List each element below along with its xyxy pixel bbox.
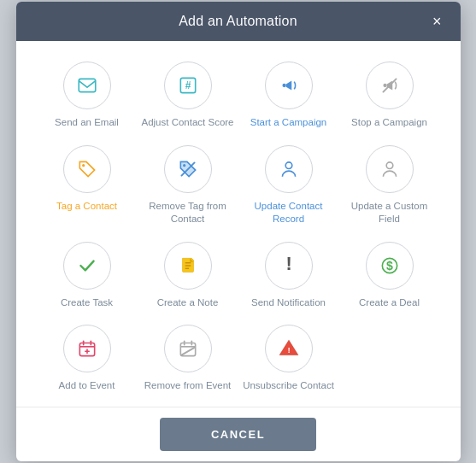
svg-point-9	[285, 162, 292, 169]
automation-start-campaign[interactable]: Start a Campaign	[242, 62, 336, 130]
close-button[interactable]: ×	[427, 12, 447, 31]
tag-contact-label: Tag a Contact	[56, 200, 117, 214]
automation-remove-tag[interactable]: Remove Tag from Contact	[141, 145, 235, 226]
automation-create-task[interactable]: Create Task	[40, 242, 134, 310]
remove-tag-icon-circle	[164, 145, 212, 193]
automation-unsubscribe-contact[interactable]: ! Unsubscribe Contact	[242, 325, 336, 393]
update-contact-icon-circle	[265, 145, 313, 193]
unsubscribe-contact-label: Unsubscribe Contact	[243, 379, 334, 393]
svg-point-7	[183, 164, 185, 167]
modal-title: Add an Automation	[179, 14, 297, 29]
svg-point-6	[82, 164, 85, 167]
automation-add-to-event[interactable]: Add to Event	[40, 325, 134, 393]
svg-text:#: #	[185, 80, 191, 92]
svg-rect-0	[79, 79, 96, 92]
modal-overlay: Add an Automation × Send an Email	[0, 0, 476, 463]
svg-text:!: !	[287, 346, 290, 355]
automation-remove-from-event[interactable]: Remove from Event	[141, 325, 235, 393]
svg-text:!: !	[285, 255, 291, 274]
cancel-button[interactable]: CANCEL	[160, 418, 316, 451]
svg-point-4	[383, 84, 386, 87]
add-to-event-icon-circle	[63, 325, 111, 372]
start-campaign-label: Start a Campaign	[250, 116, 327, 130]
add-to-event-label: Add to Event	[59, 379, 115, 393]
send-email-icon-circle	[63, 62, 111, 109]
tag-contact-icon-circle	[63, 145, 111, 193]
svg-text:$: $	[386, 259, 393, 273]
automation-update-contact[interactable]: Update Contact Record	[242, 145, 336, 226]
stop-campaign-icon-circle	[366, 62, 414, 109]
modal-header: Add an Automation ×	[16, 2, 461, 41]
automation-tag-contact[interactable]: Tag a Contact	[40, 145, 134, 226]
modal-body: Send an Email # Adjust Contact Score	[16, 41, 461, 407]
remove-from-event-icon-circle	[164, 325, 212, 372]
remove-tag-label: Remove Tag from Contact	[141, 200, 235, 226]
send-notification-icon-circle: !	[265, 242, 313, 290]
stop-campaign-label: Stop a Campaign	[351, 116, 427, 130]
modal-footer: CANCEL	[16, 407, 461, 461]
automation-send-notification[interactable]: ! Send Notification	[242, 242, 336, 310]
svg-point-3	[282, 84, 285, 87]
adjust-score-icon-circle: #	[164, 62, 212, 109]
create-task-icon-circle	[63, 242, 111, 290]
automation-create-deal[interactable]: $ Create a Deal	[343, 242, 437, 310]
create-task-label: Create Task	[61, 296, 113, 310]
unsubscribe-contact-icon-circle: !	[265, 325, 313, 372]
send-notification-label: Send Notification	[251, 296, 326, 310]
update-custom-field-label: Update a Custom Field	[343, 200, 437, 226]
update-contact-label: Update Contact Record	[242, 200, 336, 226]
svg-point-10	[386, 162, 393, 169]
start-campaign-icon-circle	[265, 62, 313, 109]
adjust-score-label: Adjust Contact Score	[141, 116, 233, 130]
automation-adjust-score[interactable]: # Adjust Contact Score	[141, 62, 235, 130]
automation-update-custom-field[interactable]: Update a Custom Field	[343, 145, 437, 226]
automation-send-email[interactable]: Send an Email	[40, 62, 134, 130]
remove-from-event-label: Remove from Event	[144, 379, 232, 393]
svg-line-27	[181, 348, 194, 355]
automation-stop-campaign[interactable]: Stop a Campaign	[343, 62, 437, 130]
update-custom-field-icon-circle	[366, 145, 414, 193]
automation-create-note[interactable]: Create a Note	[141, 242, 235, 310]
modal: Add an Automation × Send an Email	[16, 2, 461, 461]
create-deal-label: Create a Deal	[359, 296, 420, 310]
create-deal-icon-circle: $	[366, 242, 414, 290]
create-note-icon-circle	[164, 242, 212, 290]
create-note-label: Create a Note	[157, 296, 219, 310]
send-email-label: Send an Email	[55, 116, 119, 130]
